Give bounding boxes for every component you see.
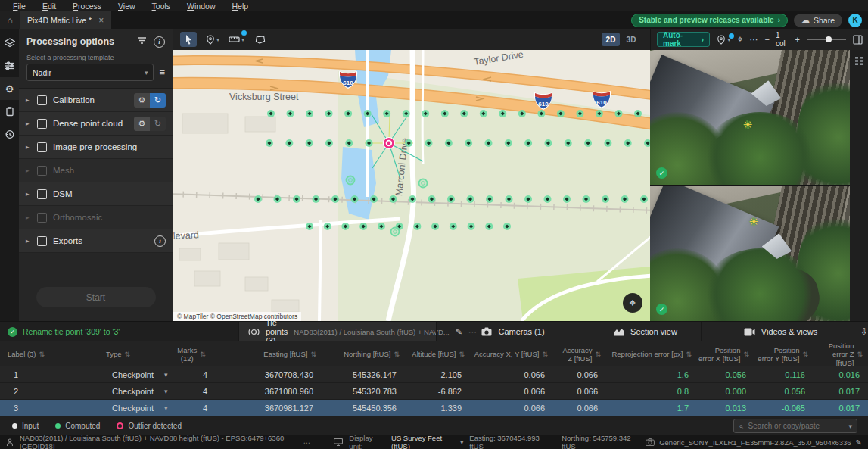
tie-point-marker[interactable] bbox=[544, 139, 552, 147]
image-tile-1[interactable]: ✳✳ ✓ bbox=[650, 50, 850, 185]
table-row[interactable]: 3Checkpoint▾43670981.127545450.3561.3390… bbox=[0, 400, 868, 416]
section-dense-point-cloud[interactable]: ▸Dense point cloud⚙↻ bbox=[19, 112, 173, 136]
tie-point-marker[interactable] bbox=[524, 195, 532, 203]
tie-point-mark-icon[interactable]: ✳✳ bbox=[741, 118, 754, 132]
column-header[interactable]: Easting [ftUS]⇅ bbox=[215, 350, 321, 358]
tie-point-marker[interactable] bbox=[544, 195, 552, 203]
edit-camera-icon[interactable]: ✎ bbox=[856, 438, 862, 447]
tie-point-marker[interactable] bbox=[267, 110, 275, 117]
tab-section-view[interactable]: Section view bbox=[590, 322, 701, 341]
tie-point-marker[interactable] bbox=[484, 139, 492, 147]
layers-icon[interactable] bbox=[0, 32, 19, 55]
tie-point-marker[interactable] bbox=[364, 110, 372, 117]
section-checkbox[interactable] bbox=[37, 95, 47, 105]
thumbnail-size-slider[interactable] bbox=[807, 36, 846, 43]
computed-tie-point-marker[interactable] bbox=[419, 179, 428, 188]
section-refresh-icon[interactable]: ↻ bbox=[150, 117, 166, 131]
locate-button[interactable]: ⌖ bbox=[623, 293, 642, 313]
section-checkbox[interactable] bbox=[37, 189, 47, 199]
tie-point-marker[interactable] bbox=[370, 195, 378, 203]
tie-point-marker[interactable] bbox=[341, 223, 349, 230]
tie-point-marker[interactable] bbox=[285, 139, 293, 147]
sort-icon[interactable]: ⇅ bbox=[125, 351, 131, 358]
section-checkbox[interactable] bbox=[37, 213, 47, 223]
measure-button[interactable]: ▾ bbox=[229, 32, 244, 47]
section-checkbox[interactable] bbox=[37, 166, 47, 176]
menu-help[interactable]: Help bbox=[223, 2, 257, 11]
tie-point-marker[interactable] bbox=[467, 195, 474, 203]
expand-arrow-icon[interactable]: ▸ bbox=[26, 120, 31, 127]
sort-icon[interactable]: ⇅ bbox=[39, 351, 45, 358]
sort-icon[interactable]: ⇅ bbox=[459, 351, 465, 358]
menu-process[interactable]: Process bbox=[64, 2, 110, 11]
column-header[interactable]: Northing [ftUS]⇅ bbox=[321, 350, 404, 358]
table-row[interactable]: 2Checkpoint▾43671080.960545320.783-6.862… bbox=[0, 383, 868, 400]
tie-point-mark-icon[interactable]: ✳✳ bbox=[747, 215, 761, 229]
tie-point-marker[interactable] bbox=[344, 110, 352, 117]
tie-point-marker[interactable] bbox=[441, 110, 449, 117]
column-header[interactable]: Type⇅ bbox=[106, 350, 173, 358]
section-image-pre-processing[interactable]: ▸Image pre-processing bbox=[19, 136, 173, 159]
type-select-cell[interactable]: Checkpoint▾ bbox=[106, 387, 173, 396]
tie-point-marker[interactable] bbox=[624, 139, 632, 147]
tie-point-marker[interactable] bbox=[596, 110, 603, 117]
sort-icon[interactable]: ⇅ bbox=[595, 351, 601, 358]
sort-icon[interactable]: ⇅ bbox=[802, 351, 808, 358]
tie-point-marker[interactable] bbox=[359, 223, 367, 230]
section-dsm[interactable]: ▸DSM bbox=[19, 182, 173, 206]
mark-tool-button[interactable]: ▾ bbox=[717, 35, 730, 45]
tie-point-marker[interactable] bbox=[324, 223, 331, 230]
tie-point-marker[interactable] bbox=[331, 195, 339, 203]
layout-panel-icon[interactable] bbox=[853, 35, 863, 45]
tie-point-marker[interactable] bbox=[409, 195, 416, 203]
section-gear-icon[interactable]: ⚙ bbox=[134, 117, 150, 131]
menu-file[interactable]: File bbox=[5, 2, 34, 11]
tie-point-marker[interactable] bbox=[465, 139, 472, 147]
section-checkbox[interactable] bbox=[37, 142, 47, 152]
collapse-panel-button[interactable]: ⇩ bbox=[860, 322, 868, 341]
tie-point-marker[interactable] bbox=[450, 223, 457, 230]
column-header[interactable]: Marks(12)⇅ bbox=[173, 346, 215, 363]
tie-point-marker[interactable] bbox=[306, 139, 313, 147]
column-header[interactable]: Positionerror X [ftUS]⇅ bbox=[696, 346, 754, 363]
share-button[interactable]: ☁ Share bbox=[794, 14, 842, 27]
tie-point-marker[interactable] bbox=[325, 110, 333, 117]
section-orthomosaic[interactable]: ▸Orthomosaic bbox=[19, 206, 173, 229]
tie-point-marker[interactable] bbox=[413, 223, 421, 230]
tie-point-marker[interactable] bbox=[468, 223, 475, 230]
tie-point-marker[interactable] bbox=[640, 195, 648, 203]
tie-point-marker[interactable] bbox=[431, 223, 439, 230]
tie-point-marker[interactable] bbox=[614, 110, 622, 117]
selected-tie-point-marker[interactable] bbox=[383, 138, 394, 149]
tie-point-marker[interactable] bbox=[313, 195, 320, 203]
column-header[interactable]: AccuracyZ [ftUS]⇅ bbox=[552, 346, 605, 363]
tie-point-marker[interactable] bbox=[306, 110, 313, 117]
view-3d-button[interactable]: 3D bbox=[622, 33, 640, 46]
sort-icon[interactable]: ⇅ bbox=[542, 351, 548, 358]
tie-point-marker[interactable] bbox=[563, 195, 571, 203]
tab-videos-views[interactable]: Videos & views bbox=[701, 322, 860, 341]
releases-button[interactable]: Stable and preview releases available › bbox=[631, 14, 788, 27]
tie-point-marker[interactable] bbox=[403, 110, 410, 117]
tie-point-marker[interactable] bbox=[293, 195, 300, 203]
sort-icon[interactable]: ⇅ bbox=[394, 351, 400, 358]
expand-arrow-icon[interactable]: ▸ bbox=[26, 96, 31, 104]
tie-point-marker[interactable] bbox=[604, 139, 611, 147]
tie-point-marker[interactable] bbox=[345, 139, 353, 147]
column-header[interactable]: Label (3)⇅ bbox=[8, 350, 106, 358]
tie-point-marker[interactable] bbox=[266, 139, 273, 147]
processing-gear-icon[interactable]: ⚙ bbox=[0, 77, 19, 100]
tune-icon[interactable] bbox=[0, 55, 19, 77]
expand-arrow-icon[interactable]: ▸ bbox=[26, 214, 31, 221]
section-refresh-icon[interactable]: ↻ bbox=[150, 93, 166, 108]
auto-mark-button[interactable]: Auto-mark › bbox=[657, 32, 710, 47]
tie-point-marker[interactable] bbox=[524, 139, 532, 147]
expand-arrow-icon[interactable]: ▸ bbox=[26, 143, 31, 151]
column-header[interactable]: Accuracy X, Y [ftUS]⇅ bbox=[469, 350, 552, 358]
tie-point-marker[interactable] bbox=[506, 195, 513, 203]
section-info-icon[interactable]: i bbox=[154, 235, 166, 247]
tie-point-marker[interactable] bbox=[518, 110, 526, 117]
tab-cameras[interactable]: Cameras (1) bbox=[436, 322, 590, 341]
menu-edit[interactable]: Edit bbox=[34, 2, 64, 11]
tie-point-marker[interactable] bbox=[254, 195, 262, 203]
